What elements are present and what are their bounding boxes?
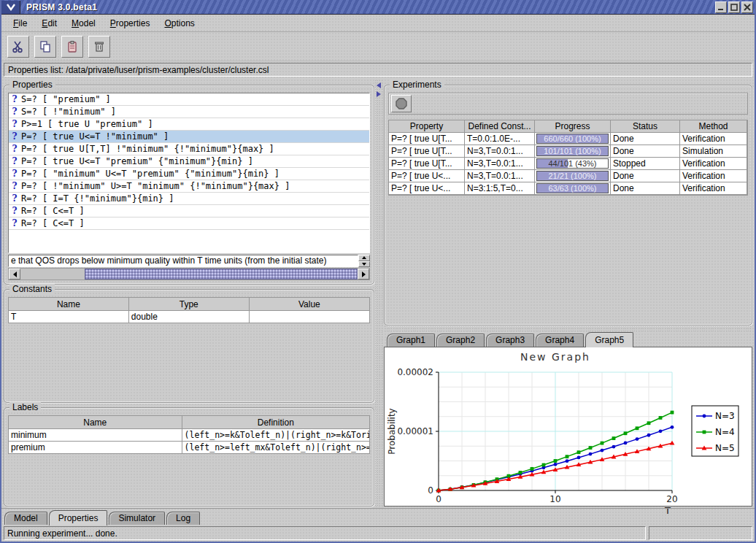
data-point	[519, 471, 522, 474]
copy-button[interactable]	[34, 36, 56, 58]
column-header[interactable]: Name	[9, 298, 129, 311]
maximize-button[interactable]	[728, 1, 740, 13]
status-message: Running experiment... done.	[4, 526, 646, 540]
status-secondary-cell	[649, 526, 752, 540]
chart-title: New Graph	[520, 351, 590, 363]
comment-horizontal-scrollbar[interactable]	[8, 268, 370, 280]
right-split-divider[interactable]	[384, 326, 752, 331]
copy-icon	[39, 40, 52, 53]
minimize-button[interactable]	[715, 1, 727, 13]
data-point	[612, 445, 616, 449]
experiment-method-cell: Verification	[680, 182, 747, 195]
labels-table[interactable]: NameDefinitionminimum(left_n>=k&Toleft_n…	[8, 415, 370, 454]
property-item[interactable]: ?R=? [ I=T {!"minimum"}{min} ]	[9, 193, 369, 205]
menu-model[interactable]: Model	[64, 16, 103, 31]
cut-button[interactable]	[7, 36, 29, 58]
delete-button[interactable]	[88, 36, 110, 58]
question-icon: ?	[11, 119, 18, 129]
question-icon: ?	[11, 193, 18, 204]
property-item[interactable]: ?P=? [ "minimum" U<=T "premium" {"minimu…	[9, 168, 369, 180]
split-divider[interactable]	[374, 80, 384, 507]
y-tick-label: 0.00002	[397, 367, 433, 377]
data-point	[566, 459, 569, 463]
tab-simulator[interactable]: Simulator	[109, 512, 165, 525]
spinner-down-button[interactable]	[358, 261, 370, 268]
collapse-left-icon[interactable]	[377, 82, 381, 88]
property-text: R=? [ C<=T ]	[21, 206, 85, 216]
experiment-status-cell: Done	[611, 170, 680, 182]
window-title: PRISM 3.0.beta1	[20, 2, 715, 12]
scroll-left-button[interactable]	[9, 269, 20, 280]
property-item[interactable]: ?S=? [ "premium" ]	[9, 93, 369, 106]
question-icon: ?	[11, 144, 18, 154]
stop-experiment-button[interactable]	[391, 95, 412, 112]
tab-graph1[interactable]: Graph1	[387, 334, 435, 347]
question-icon: ?	[11, 131, 18, 142]
properties-list-path: Properties list: /data/private/luser/pri…	[4, 63, 752, 77]
progress-bar: 44/101 (43%)	[536, 158, 609, 169]
property-list[interactable]: ?S=? [ "premium" ]?S=? [ !"minimum" ]?P>…	[8, 93, 370, 253]
column-header[interactable]: Type	[128, 298, 249, 311]
experiment-constants-cell: N=3,T=0.0:1...	[465, 145, 535, 158]
experiments-column-header[interactable]: Status	[611, 120, 680, 133]
line-chart[interactable]: 0102000.000010.00002New GraphTProbabilit…	[385, 347, 744, 515]
experiments-column-header[interactable]: Method	[680, 120, 747, 133]
tab-graph4[interactable]: Graph4	[536, 334, 584, 347]
property-item[interactable]: ?R=? [ C<=T ]	[9, 205, 369, 217]
experiments-table[interactable]: PropertyDefined Const...ProgressStatusMe…	[389, 120, 747, 195]
scroll-right-button[interactable]	[358, 269, 369, 280]
title-bar: PRISM 3.0.beta1	[1, 0, 755, 15]
experiment-status-cell: Stopped	[611, 158, 680, 170]
close-button[interactable]	[741, 1, 753, 13]
experiment-constants-cell: N=3,T=0.0:1...	[465, 158, 535, 170]
tab-log[interactable]: Log	[166, 512, 200, 525]
data-point	[554, 459, 558, 463]
menu-file[interactable]: File	[6, 16, 34, 31]
property-text: S=? [ "premium" ]	[21, 94, 111, 104]
property-item[interactable]: ?R=? [ C<=T ]	[9, 217, 369, 230]
experiment-progress-cell: 660/660 (100%)	[535, 133, 611, 145]
spinner-up-button[interactable]	[358, 255, 370, 261]
property-item[interactable]: ?P=? [ true U[T,T] !"minimum" {!"minimum…	[9, 143, 369, 155]
constants-table[interactable]: NameTypeValueTdouble	[8, 297, 370, 323]
experiment-progress-cell: 44/101 (43%)	[535, 158, 611, 170]
property-comment-field[interactable]: e that QOS drops below minimum quality w…	[8, 255, 358, 267]
table-row[interactable]: minimum(left_n>=k&Toleft_n)|(right_n>=k&…	[9, 429, 370, 442]
column-header[interactable]: Name	[9, 416, 182, 429]
window-menu-icon[interactable]	[1, 1, 20, 14]
tab-graph2[interactable]: Graph2	[436, 334, 485, 347]
experiments-column-header[interactable]: Defined Const...	[465, 120, 535, 133]
experiment-method-cell: Verification	[680, 158, 747, 170]
property-item[interactable]: ?P>=1 [ true U "premium" ]	[9, 118, 369, 131]
menu-edit[interactable]: Edit	[34, 16, 64, 31]
table-cell: premium	[9, 442, 182, 454]
data-point	[531, 467, 534, 471]
column-header[interactable]: Value	[249, 298, 369, 311]
experiments-column-header[interactable]: Progress	[535, 120, 611, 133]
trash-icon	[93, 40, 106, 53]
left-arrow-icon	[13, 272, 17, 277]
menu-properties[interactable]: Properties	[103, 16, 158, 31]
labels-panel-title: Labels	[9, 402, 41, 412]
property-item[interactable]: ?P=? [ !"minimum" U>=T "minimum" {!"mini…	[9, 180, 369, 193]
scrollbar-thumb[interactable]	[85, 269, 358, 280]
property-item[interactable]: ?S=? [ !"minimum" ]	[9, 106, 369, 118]
table-row[interactable]: Tdouble	[9, 311, 370, 323]
property-item[interactable]: ?P=? [ true U<=T "premium" {"minimum"}{m…	[9, 155, 369, 168]
experiment-progress-cell: 63/63 (100%)	[535, 182, 611, 195]
property-item[interactable]: ?P=? [ true U<=T !"minimum" ]	[9, 131, 369, 143]
table-row[interactable]: premium(left_n>=left_mx&Toleft_n)|(right…	[9, 442, 370, 454]
main-toolbar	[1, 32, 755, 61]
menu-options[interactable]: Options	[157, 16, 201, 31]
status-bar: Running experiment... done.	[1, 525, 755, 542]
tab-properties[interactable]: Properties	[49, 510, 108, 525]
experiments-panel-title: Experiments	[390, 80, 444, 90]
tab-graph3[interactable]: Graph3	[486, 334, 534, 347]
collapse-right-icon[interactable]	[377, 91, 381, 97]
tab-graph5[interactable]: Graph5	[585, 332, 633, 347]
column-header[interactable]: Definition	[182, 416, 369, 429]
paste-button[interactable]	[61, 36, 83, 58]
tab-model[interactable]: Model	[4, 512, 47, 525]
experiments-column-header[interactable]: Property	[389, 120, 465, 133]
table-cell: (left_n>=left_mx&Toleft_n)|(right_n>=r..…	[182, 442, 369, 454]
